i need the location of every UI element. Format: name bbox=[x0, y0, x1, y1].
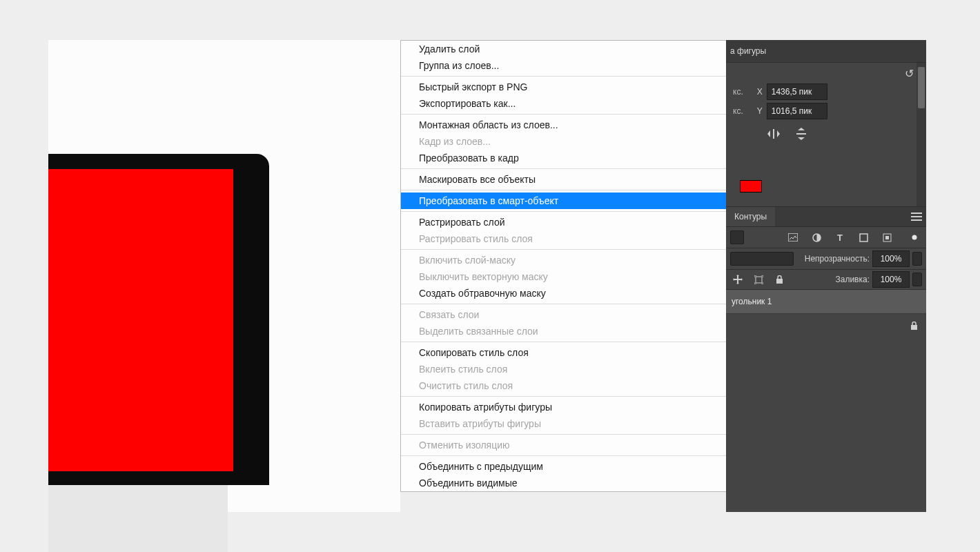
filter-toggle-icon[interactable] bbox=[907, 230, 922, 245]
menu-separator bbox=[401, 342, 727, 342]
properties-title: а фигуры bbox=[730, 46, 766, 56]
panel-menu-icon[interactable] bbox=[911, 213, 922, 221]
menu-item[interactable]: Копировать атрибуты фигуры bbox=[401, 399, 727, 415]
menu-item: Связать слои bbox=[401, 306, 727, 323]
mockup-monitor bbox=[48, 154, 269, 520]
menu-item[interactable]: Растрировать слой bbox=[401, 214, 727, 230]
svg-rect-4 bbox=[885, 236, 889, 239]
layer-filter-dropdown[interactable] bbox=[730, 230, 744, 244]
menu-item[interactable]: Экспортировать как... bbox=[401, 95, 727, 112]
svg-point-5 bbox=[912, 235, 917, 240]
blend-opacity-row: Непрозрачность: 100% bbox=[726, 248, 926, 270]
menu-item: Отменить изоляцию bbox=[401, 437, 727, 453]
menu-separator bbox=[401, 190, 727, 190]
svg-rect-2 bbox=[860, 234, 868, 241]
layers-filter-row: T bbox=[726, 227, 926, 248]
menu-item: Вклеить стиль слоя bbox=[401, 361, 727, 377]
blend-mode-dropdown[interactable] bbox=[730, 252, 794, 266]
properties-panel-header[interactable]: а фигуры bbox=[726, 40, 926, 63]
layer-context-menu: Удалить слойГруппа из слоев...Быстрый эк… bbox=[400, 40, 727, 492]
menu-item: Очистить стиль слоя bbox=[401, 377, 727, 394]
menu-item: Выключить векторную маску bbox=[401, 268, 727, 285]
opacity-dropdown[interactable] bbox=[912, 252, 922, 266]
flip-horizontal-icon[interactable] bbox=[766, 126, 781, 141]
y-label: Y bbox=[752, 106, 763, 116]
menu-item[interactable]: Группа из слоев... bbox=[401, 57, 727, 74]
menu-item[interactable]: Маскировать все объекты bbox=[401, 171, 727, 188]
layers-empty-area bbox=[726, 337, 926, 496]
canvas-area[interactable] bbox=[48, 40, 400, 512]
menu-item[interactable]: Создать обтравочную маску bbox=[401, 285, 727, 302]
filter-shape-icon[interactable] bbox=[856, 230, 871, 245]
layer-item-rectangle[interactable]: угольник 1 bbox=[726, 290, 926, 314]
flip-vertical-icon[interactable] bbox=[794, 126, 809, 141]
svg-rect-6 bbox=[756, 277, 762, 283]
menu-item[interactable]: Монтажная область из слоев... bbox=[401, 117, 727, 133]
menu-item: Кадр из слоев... bbox=[401, 133, 727, 150]
menu-separator bbox=[401, 455, 727, 456]
lock-move-icon[interactable] bbox=[730, 272, 745, 287]
svg-rect-7 bbox=[776, 279, 783, 284]
x-label: X bbox=[752, 87, 763, 97]
menu-separator bbox=[401, 168, 727, 169]
fill-label: Заливка: bbox=[835, 275, 870, 284]
unit-suffix: кс. bbox=[733, 106, 747, 116]
menu-item[interactable]: Быстрый экспорт в PNG bbox=[401, 79, 727, 95]
monitor-stand bbox=[48, 485, 228, 552]
filter-adjust-icon[interactable] bbox=[809, 230, 824, 245]
lock-icon bbox=[910, 322, 918, 331]
panels-dock: а фигуры ↺ кс. X кс. Y bbox=[726, 40, 926, 512]
menu-separator bbox=[401, 396, 727, 397]
menu-separator bbox=[401, 434, 727, 435]
menu-separator bbox=[401, 211, 727, 212]
tab-paths[interactable]: Контуры bbox=[726, 207, 775, 226]
layers-panel-tabs: Контуры bbox=[726, 207, 926, 227]
menu-item[interactable]: Объединить с предыдущим bbox=[401, 458, 727, 475]
menu-separator bbox=[401, 304, 727, 304]
scrollbar-thumb[interactable] bbox=[918, 67, 925, 108]
x-input[interactable] bbox=[767, 83, 827, 100]
menu-separator bbox=[401, 76, 727, 77]
properties-scrollbar[interactable] bbox=[917, 63, 926, 206]
menu-separator bbox=[401, 114, 727, 115]
tab-label: Контуры bbox=[734, 212, 767, 221]
menu-item[interactable]: Удалить слой bbox=[401, 41, 727, 57]
svg-rect-8 bbox=[911, 325, 917, 330]
menu-item: Выделить связанные слои bbox=[401, 323, 727, 339]
menu-item: Растрировать стиль слоя bbox=[401, 230, 727, 247]
menu-item[interactable]: Скопировать стиль слоя bbox=[401, 344, 727, 361]
filter-type-icon[interactable]: T bbox=[832, 230, 847, 245]
lock-fill-row: Заливка: 100% bbox=[726, 270, 926, 290]
monitor-bezel bbox=[48, 154, 269, 485]
layer-item-background[interactable] bbox=[726, 314, 926, 337]
menu-item[interactable]: Преобразовать в смарт-объект bbox=[401, 193, 727, 209]
layers-panel: Контуры T bbox=[726, 207, 926, 496]
filter-image-icon[interactable] bbox=[785, 230, 801, 245]
unit-suffix: кс. bbox=[733, 87, 747, 97]
lock-artboard-icon[interactable] bbox=[751, 272, 766, 287]
menu-item[interactable]: Объединить видимые bbox=[401, 475, 727, 491]
opacity-label: Непрозрачность: bbox=[805, 254, 870, 264]
menu-item: Включить слой-маску bbox=[401, 252, 727, 268]
opacity-value[interactable]: 100% bbox=[872, 250, 910, 267]
filter-smart-icon[interactable] bbox=[879, 230, 894, 245]
menu-item[interactable]: Преобразовать в кадр bbox=[401, 150, 727, 166]
lock-all-icon[interactable] bbox=[772, 272, 787, 287]
fill-color-swatch[interactable] bbox=[740, 180, 762, 193]
fill-dropdown[interactable] bbox=[912, 273, 922, 286]
properties-panel-body: ↺ кс. X кс. Y bbox=[726, 63, 926, 207]
reset-icon[interactable]: ↺ bbox=[905, 67, 914, 80]
menu-item: Вставить атрибуты фигуры bbox=[401, 415, 727, 432]
y-input[interactable] bbox=[767, 103, 827, 119]
fill-value[interactable]: 100% bbox=[872, 271, 910, 288]
layer-name: угольник 1 bbox=[732, 297, 772, 306]
shape-rectangle[interactable] bbox=[48, 169, 233, 471]
menu-separator bbox=[401, 249, 727, 250]
